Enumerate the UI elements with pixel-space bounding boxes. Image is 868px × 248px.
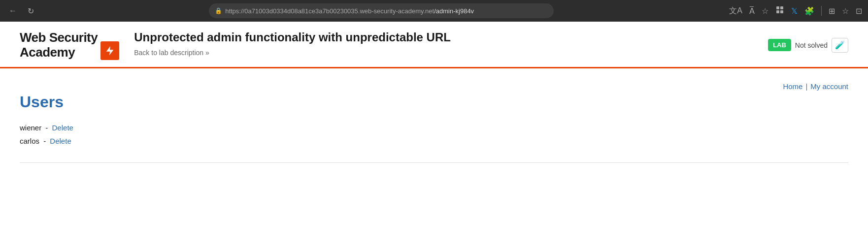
section-title: Users	[20, 93, 848, 111]
separator	[821, 6, 822, 16]
lab-badge: LAB	[768, 39, 791, 51]
header-center: Unprotected admin functionality with unp…	[134, 31, 768, 57]
username-wiener: wiener	[20, 124, 41, 132]
twitter-icon[interactable]: 𝕏	[791, 6, 798, 16]
dash-carlos: -	[43, 137, 48, 145]
reload-button[interactable]: ↻	[24, 4, 37, 18]
logo-icon	[100, 41, 119, 60]
footer-divider	[20, 162, 848, 163]
page-header: Web Security Academy Unprotected admin f…	[0, 22, 868, 68]
logo-area: Web Security Academy	[20, 31, 119, 60]
svg-rect-0	[776, 6, 779, 9]
url-base: https://0a71003d0334d08a81ce3a7b00230035…	[225, 7, 434, 15]
lab-flask-button[interactable]: 🧪	[832, 38, 848, 53]
home-link[interactable]: Home	[783, 82, 802, 91]
chevron-right-icon: »	[205, 49, 209, 57]
favorites-icon[interactable]: ☆	[762, 6, 768, 16]
extensions-icon[interactable]: 🧩	[804, 6, 814, 16]
url-path: /admin-kj984v	[434, 7, 474, 15]
reading-view-icon[interactable]: ⊞	[829, 6, 835, 16]
flask-icon: 🧪	[835, 40, 845, 50]
logo-text: Web Security Academy	[20, 31, 98, 60]
lab-status: LAB Not solved 🧪	[768, 38, 848, 53]
collections-icon[interactable]: ⊡	[856, 6, 862, 16]
svg-rect-1	[780, 6, 783, 9]
dash-wiener: -	[45, 124, 50, 132]
url-text: https://0a71003d0334d08a81ce3a7b00230035…	[225, 7, 474, 15]
back-label: Back to lab description	[134, 49, 203, 57]
page-content: Home | My account Users wiener - Delete …	[0, 68, 868, 216]
svg-marker-4	[106, 46, 114, 55]
status-label: Not solved	[795, 41, 828, 49]
browser-actions: 文A A̅ ☆ 𝕏 🧩 ⊞ ☆ ⊡	[729, 5, 862, 16]
logo-line1: Web Security	[20, 30, 98, 45]
nav-links: Home | My account	[783, 82, 848, 91]
svg-rect-3	[780, 10, 783, 13]
svg-rect-2	[776, 10, 779, 13]
nav-separator: |	[805, 82, 807, 91]
logo-text-block: Web Security Academy	[20, 31, 98, 60]
lab-title: Unprotected admin functionality with unp…	[134, 31, 768, 45]
delete-link-carlos[interactable]: Delete	[50, 137, 71, 145]
user-list: wiener - Delete carlos - Delete	[20, 121, 848, 148]
address-bar[interactable]: 🔒 https://0a71003d0334d08a81ce3a7b002300…	[209, 3, 554, 18]
user-item-wiener: wiener - Delete	[20, 121, 848, 134]
back-to-lab-link[interactable]: Back to lab description »	[134, 49, 768, 57]
translate-icon[interactable]: 文A	[729, 6, 742, 16]
user-item-carlos: carlos - Delete	[20, 134, 848, 148]
lock-icon: 🔒	[215, 7, 222, 14]
read-aloud-icon[interactable]: A̅	[749, 6, 755, 16]
delete-link-wiener[interactable]: Delete	[52, 124, 73, 132]
my-account-link[interactable]: My account	[810, 82, 848, 91]
logo-line2: Academy	[20, 45, 75, 60]
favorites-star-icon[interactable]: ☆	[842, 6, 849, 16]
browser-chrome: ← ↻ 🔒 https://0a71003d0334d08a81ce3a7b00…	[0, 0, 868, 22]
username-carlos: carlos	[20, 137, 39, 145]
back-button[interactable]: ←	[6, 4, 20, 18]
browser-ext-icon[interactable]	[775, 5, 784, 16]
